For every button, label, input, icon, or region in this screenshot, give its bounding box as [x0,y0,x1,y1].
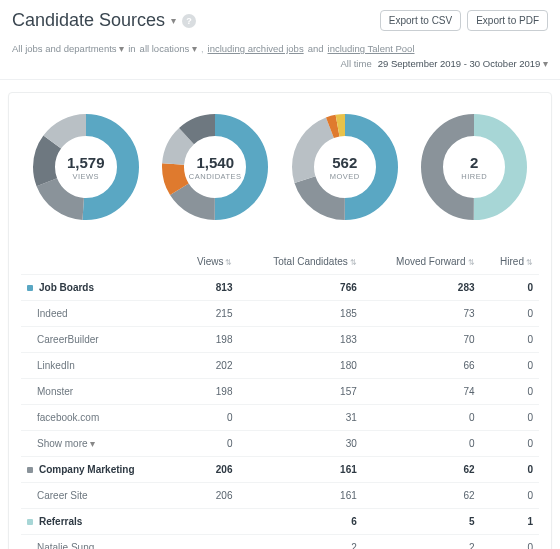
cell-hired: 0 [481,327,539,353]
cell-total: 2 [238,535,362,550]
export-csv-button[interactable]: Export to CSV [380,10,461,31]
sort-icon: ⇅ [526,258,533,267]
table-row: Monster 198 157 74 0 [21,379,539,405]
cell-views: 0 [177,405,239,431]
table-row: Natalie Sung 2 2 0 [21,535,539,550]
donut-row: 1,579 VIEWS 1,540 CANDIDATES 562 MOVED 2… [21,111,539,223]
donut-chart: 1,579 VIEWS [30,111,142,223]
cell-moved: 2 [363,535,481,550]
show-more-row[interactable]: Show more ▾ 0 30 0 0 [21,431,539,457]
table-row: CareerBuilder 198 183 70 0 [21,327,539,353]
cell-total: 183 [238,327,362,353]
cell-views: 198 [177,379,239,405]
filter-daterange[interactable]: 29 September 2019 - 30 October 2019 ▾ [378,58,548,69]
cell-total: 161 [238,457,362,483]
chevron-down-icon[interactable]: ▾ [171,15,176,26]
filter-bar: All jobs and departments ▾ in all locati… [0,39,560,80]
cell-total: 157 [238,379,362,405]
filter-jobs[interactable]: All jobs and departments ▾ [12,43,124,54]
cell-total: 31 [238,405,362,431]
sources-table: Views⇅ Total Candidates⇅ Moved Forward⇅ … [21,249,539,549]
row-name: Natalie Sung [21,535,177,550]
cell-total: 6 [238,509,362,535]
cell-moved: 66 [363,353,481,379]
table-row: Indeed 215 185 73 0 [21,301,539,327]
cell-hired: 0 [481,301,539,327]
row-name: facebook.com [21,405,177,431]
row-name: CareerBuilder [21,327,177,353]
donut-chart: 1,540 CANDIDATES [159,111,271,223]
donut-value: 2 [470,154,478,171]
cell-moved: 283 [363,275,481,301]
cell-hired: 1 [481,509,539,535]
table-group-row[interactable]: Company Marketing 206 161 62 0 [21,457,539,483]
separator: , [201,43,204,54]
cell-views: 206 [177,483,239,509]
filter-alltime: All time [341,58,372,69]
group-name: Company Marketing [39,464,135,475]
cell-total: 161 [238,483,362,509]
cell-hired: 0 [481,275,539,301]
sort-icon: ⇅ [225,258,232,267]
filter-talent-link[interactable]: including Talent Pool [328,43,415,54]
filter-archived-link[interactable]: including archived jobs [208,43,304,54]
report-card: 1,579 VIEWS 1,540 CANDIDATES 562 MOVED 2… [8,92,552,549]
cell-total: 766 [238,275,362,301]
row-name: Indeed [21,301,177,327]
donut-value: 1,579 [67,154,105,171]
group-name: Job Boards [39,282,94,293]
cell-views: 206 [177,457,239,483]
cell-hired: 0 [481,431,539,457]
group-color-dot [27,519,33,525]
table-row: Career Site 206 161 62 0 [21,483,539,509]
donut-label: MOVED [330,172,360,181]
donut-label: HIRED [461,172,487,181]
filter-locations[interactable]: all locations ▾ [140,43,197,54]
table-group-row[interactable]: Job Boards 813 766 283 0 [21,275,539,301]
chevron-down-icon: ▾ [192,43,197,54]
donut-value: 562 [332,154,357,171]
row-name: Career Site [21,483,177,509]
cell-views: 215 [177,301,239,327]
cell-moved: 70 [363,327,481,353]
cell-hired: 0 [481,483,539,509]
cell-hired: 0 [481,353,539,379]
col-total[interactable]: Total Candidates⇅ [238,249,362,275]
cell-views [177,535,239,550]
row-name: LinkedIn [21,353,177,379]
cell-hired: 0 [481,379,539,405]
table-group-row[interactable]: Referrals 6 5 1 [21,509,539,535]
cell-moved: 5 [363,509,481,535]
table-row: LinkedIn 202 180 66 0 [21,353,539,379]
page-title: Candidate Sources [12,10,165,31]
export-pdf-button[interactable]: Export to PDF [467,10,548,31]
table-row: facebook.com 0 31 0 0 [21,405,539,431]
cell-total: 30 [238,431,362,457]
row-name: Monster [21,379,177,405]
cell-views: 813 [177,275,239,301]
cell-total: 185 [238,301,362,327]
cell-total: 180 [238,353,362,379]
show-more-link[interactable]: Show more ▾ [21,431,177,457]
group-color-dot [27,467,33,473]
cell-moved: 0 [363,405,481,431]
cell-hired: 0 [481,535,539,550]
cell-moved: 62 [363,457,481,483]
donut-value: 1,540 [196,154,234,171]
col-moved[interactable]: Moved Forward⇅ [363,249,481,275]
col-name [21,249,177,275]
group-name: Referrals [39,516,82,527]
help-icon[interactable]: ? [182,14,196,28]
donut-chart: 562 MOVED [289,111,401,223]
col-hired[interactable]: Hired⇅ [481,249,539,275]
col-views[interactable]: Views⇅ [177,249,239,275]
filter-and: and [308,43,324,54]
cell-hired: 0 [481,405,539,431]
cell-moved: 74 [363,379,481,405]
donut-label: CANDIDATES [189,172,242,181]
cell-views [177,509,239,535]
sort-icon: ⇅ [468,258,475,267]
chevron-down-icon: ▾ [119,43,124,54]
cell-moved: 73 [363,301,481,327]
cell-hired: 0 [481,457,539,483]
